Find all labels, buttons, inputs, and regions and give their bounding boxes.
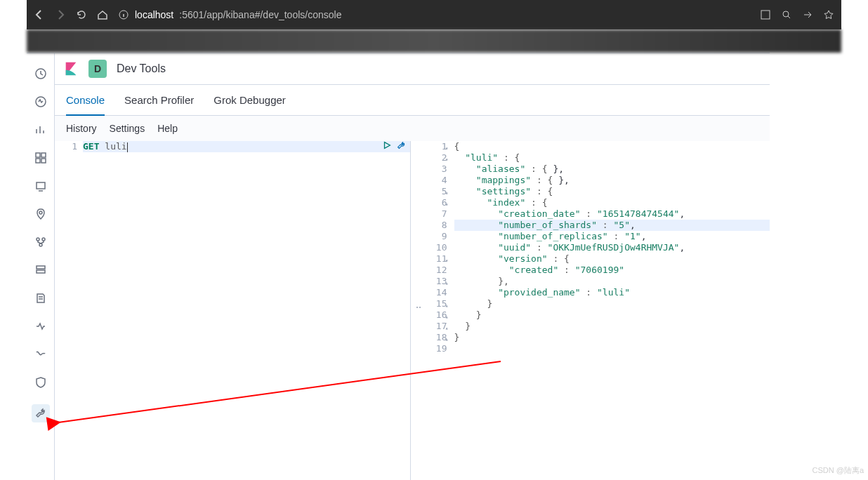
help-button[interactable]: Help [157,123,178,134]
line-number: 2▾ [415,152,447,164]
dashboard-icon[interactable] [34,152,47,164]
logs-icon[interactable] [34,292,47,305]
kibana-logo-icon[interactable] [63,61,79,76]
visualize-icon[interactable] [34,124,47,136]
back-icon[interactable] [34,9,45,20]
infra-icon[interactable] [34,264,47,276]
star-icon[interactable] [823,9,834,20]
kibana-sidebar [27,53,55,480]
browser-chrome: localhost:5601/app/kibana#/dev_tools/con… [27,0,841,29]
response-line: "created" : "7060199" [454,265,770,276]
canvas-icon[interactable] [34,180,47,192]
svg-rect-7 [36,159,40,163]
svg-point-10 [39,211,42,214]
response-line: } [454,298,770,309]
svg-rect-8 [41,159,46,163]
dev-tools-icon[interactable] [32,404,50,422]
svg-rect-6 [41,153,46,157]
page-title: Dev Tools [117,62,166,75]
app-badge: D [88,60,107,78]
siem-icon[interactable] [34,376,47,389]
response-line: }, [454,276,770,287]
svg-point-12 [42,238,45,241]
console-toolbar: History Settings Help [55,116,770,141]
line-number: 14 [415,287,447,298]
svg-point-11 [37,238,39,241]
send-request-icon[interactable] [382,141,392,153]
wrench-icon[interactable] [396,141,406,153]
response-line: "provided_name" : "luli" [454,287,770,298]
line-number: 11▾ [415,253,447,265]
apm-icon[interactable] [34,320,47,333]
svg-rect-14 [37,266,45,269]
app-header: D Dev Tools [55,53,770,85]
response-line: { [454,141,770,152]
uptime-icon[interactable] [34,348,47,361]
line-number: 10 [415,242,447,253]
discover-icon[interactable] [34,95,47,108]
line-number: 17▴ [415,321,447,332]
line-number: 8 [415,220,447,231]
line-number: 4 [415,175,447,186]
response-line: "version" : { [454,253,770,265]
response-line: "creation_date" : "1651478474544", [454,208,770,220]
line-number: 1 [55,141,77,152]
share-icon[interactable] [802,9,813,20]
svg-rect-15 [37,270,45,273]
info-icon [118,9,129,20]
line-number: 1▾ [415,141,447,152]
line-number: 13▴ [415,276,447,287]
translate-icon[interactable] [760,9,771,20]
url-bar[interactable]: localhost:5601/app/kibana#/dev_tools/con… [118,9,341,20]
line-number: 7 [415,208,447,220]
response-line: "number_of_shards" : "5", [454,220,770,231]
line-number: 15▴ [415,298,447,309]
maps-icon[interactable] [34,208,47,220]
line-number: 19 [415,343,447,354]
response-line: "number_of_replicas" : "1", [454,231,770,242]
line-number: 16▴ [415,309,447,321]
tab-bar: Console Search Profiler Grok Debugger [55,85,770,116]
line-number: 6▾ [415,197,447,208]
line-number: 18▴ [415,332,447,343]
svg-rect-9 [37,182,45,189]
history-button[interactable]: History [66,123,97,134]
response-line: "settings" : { [454,186,770,197]
svg-rect-5 [36,153,40,157]
response-line: "uuid" : "OKKJmUefRUSDjOw4RHMVJA", [454,242,770,253]
reload-icon[interactable] [76,9,87,20]
svg-point-2 [783,11,789,17]
response-viewer[interactable]: ⋮ 1▾2▾345▾6▾7891011▾1213▴1415▴16▴17▴18▴1… [415,141,770,480]
ml-icon[interactable] [34,236,47,248]
request-line[interactable]: GET luli [83,141,410,152]
svg-point-13 [39,244,42,246]
tab-search-profiler[interactable]: Search Profiler [124,85,194,115]
line-number: 9 [415,231,447,242]
response-line: } [454,309,770,321]
response-line: } [454,332,770,343]
response-line: "index" : { [454,197,770,208]
recent-icon[interactable] [34,67,47,80]
url-path: :5601/app/kibana#/dev_tools/console [179,9,341,20]
tab-grok-debugger[interactable]: Grok Debugger [213,85,286,115]
forward-icon[interactable] [55,9,66,20]
line-number: 3 [415,164,447,175]
blurred-toolbar [27,29,841,53]
response-line: "mappings" : { }, [454,175,770,186]
settings-button[interactable]: Settings [110,123,145,134]
svg-rect-1 [761,11,770,19]
response-line [454,343,770,354]
zoom-icon[interactable] [781,9,792,20]
line-number: 12 [415,265,447,276]
url-host: localhost [135,9,173,20]
request-editor[interactable]: 1 GET luli [55,141,411,480]
tab-console[interactable]: Console [66,86,105,116]
watermark: CSDN @陆离a [812,465,864,476]
response-line: "luli" : { [454,152,770,164]
home-icon[interactable] [97,9,108,20]
response-line: } [454,321,770,332]
response-line: "aliases" : { }, [454,164,770,175]
line-number: 5▾ [415,186,447,197]
